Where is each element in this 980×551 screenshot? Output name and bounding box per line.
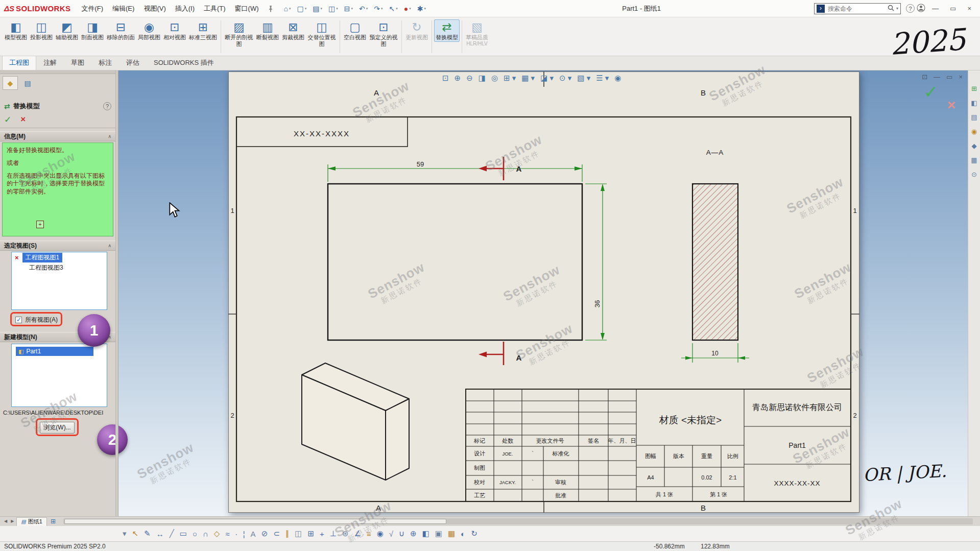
ribbon-button-break-view[interactable]: ▥断裂视图	[255, 19, 280, 42]
ribbon-button-empty-view[interactable]: ▢空白视图	[342, 19, 368, 42]
rectangle-tool-icon[interactable]: ▭	[180, 529, 187, 538]
line-tool-icon[interactable]: ╱	[170, 529, 174, 538]
new-model-list[interactable]: ◧ Part1	[11, 344, 107, 407]
weld-symbol-icon[interactable]: ∪	[399, 529, 404, 538]
view-annotations-icon[interactable]: ◎	[490, 74, 499, 83]
tab-evaluate[interactable]: 评估	[119, 56, 147, 70]
list-item[interactable]: × 工程图视图1	[12, 252, 107, 262]
search-input[interactable]	[827, 5, 886, 13]
user-avatar-icon[interactable]	[917, 4, 925, 14]
horizontal-scrollbar[interactable]	[63, 518, 973, 524]
quickbar-icon[interactable]: ●	[401, 5, 414, 13]
sphere-panel-icon[interactable]: ◉	[971, 128, 977, 135]
menu-item[interactable]: 文件(F)	[77, 0, 108, 17]
note-icon[interactable]: ≡	[367, 530, 371, 538]
hide-show-items-icon[interactable]: ◪ ▾	[539, 74, 555, 83]
section-display-icon[interactable]: ◐	[461, 530, 465, 538]
ribbon-button-crop-view[interactable]: ⊠剪裁视图	[280, 19, 306, 42]
ribbon-button-replace-model[interactable]: ⇄替换模型	[434, 19, 460, 42]
tab-markup[interactable]: 标注	[91, 56, 119, 70]
browse-button[interactable]: 浏览(W)...	[40, 422, 75, 434]
menu-item[interactable]: 视图(V)	[139, 0, 170, 17]
section-info[interactable]: 信息(M) ∧	[0, 131, 115, 141]
pin-icon[interactable]	[264, 5, 278, 12]
section-selected-views[interactable]: 选定视图(S) ∧	[0, 241, 115, 251]
geometric-tolerance-icon[interactable]: ⊕	[410, 529, 417, 538]
update-icon[interactable]: ↻	[471, 529, 477, 538]
tab-property-manager[interactable]: ◆	[3, 76, 18, 90]
tab-configuration-manager[interactable]: ▤	[20, 76, 35, 90]
datum-feature-icon[interactable]: ◧	[422, 529, 429, 538]
collapse-icon[interactable]: ∧	[108, 134, 111, 139]
panel-help-icon[interactable]: ?	[103, 102, 111, 110]
view-settings-icon[interactable]: ☰ ▾	[595, 74, 610, 83]
tab-sketch[interactable]: 草图	[64, 56, 91, 70]
help-icon[interactable]: ?	[906, 4, 915, 13]
text-tool-icon[interactable]: A	[251, 530, 256, 538]
quickbar-icon[interactable]: ✱	[414, 5, 429, 13]
quickbar-icon[interactable]: ↷	[371, 5, 386, 13]
remove-mark-icon[interactable]: ×	[15, 254, 19, 261]
menu-item[interactable]: 窗口(W)	[230, 0, 264, 17]
ribbon-button-relative-view[interactable]: ⊡相对视图	[162, 19, 187, 42]
restore-icon[interactable]: ▭	[945, 5, 961, 12]
search-caret-icon[interactable]: ▾	[896, 6, 898, 11]
tools-panel-icon[interactable]: ◆	[972, 142, 977, 150]
select-tool-icon[interactable]: ↖	[132, 529, 139, 538]
tab-solidworks-addins[interactable]: SOLIDWORKS 插件	[147, 56, 221, 70]
ok-button[interactable]: ✓	[4, 114, 11, 125]
filter-dropdown-icon[interactable]: ▾	[123, 529, 127, 538]
display-style-icon[interactable]: ▦ ▾	[520, 74, 536, 83]
spline-tool-icon[interactable]: ≈	[225, 530, 229, 538]
ribbon-button-broken-out-section[interactable]: ▨断开的剖视图	[223, 19, 255, 48]
selected-views-list[interactable]: × 工程图视图1 工程图视图3	[11, 252, 107, 310]
all-views-checkbox[interactable]	[15, 317, 22, 323]
zoom-fit-icon[interactable]: ⊡	[441, 74, 450, 83]
ribbon-button-standard-3-view[interactable]: ⊞标准三视图	[187, 19, 219, 42]
smart-dimension-icon[interactable]: ↔	[156, 530, 164, 538]
previous-view-icon[interactable]: ⊖	[465, 74, 474, 83]
dock-icon[interactable]: ⊡	[922, 73, 927, 81]
point-tool-icon[interactable]: ∙	[235, 530, 237, 538]
layers-panel-icon[interactable]: ▦	[971, 156, 977, 164]
ribbon-button-auxiliary-view[interactable]: ◩辅助视图	[54, 19, 80, 42]
convert-entities-icon[interactable]: ⊂	[273, 529, 280, 538]
surface-finish-icon[interactable]: √	[389, 530, 393, 538]
linear-pattern-icon[interactable]: ⊞	[307, 529, 314, 538]
add-sheet-icon[interactable]: ⊞	[49, 518, 58, 525]
pane-icon[interactable]: ◧	[971, 99, 977, 107]
cancel-button[interactable]: ×	[20, 114, 26, 125]
menu-item[interactable]: 编辑(E)	[108, 0, 139, 17]
drawing-sheet[interactable]: A B A B 1 2 1 2 XX-XX-XXXX	[228, 71, 859, 513]
sheet-nav-next-icon[interactable]: ▶	[10, 519, 15, 523]
confirmation-cancel-icon[interactable]: ×	[947, 97, 955, 113]
relations-icon[interactable]: ⊥	[330, 529, 337, 538]
ribbon-button-detail-view[interactable]: ◉局部视图	[136, 19, 162, 42]
minimize-doc-icon[interactable]: —	[934, 73, 940, 81]
table-icon[interactable]: ▦	[448, 529, 455, 538]
view-item[interactable]: 工程图视图3	[12, 263, 63, 272]
sheet-tab[interactable]: ▤ 图纸1	[16, 517, 47, 526]
quickbar-icon[interactable]: ▢	[294, 5, 310, 13]
zoom-area-icon[interactable]: ⊕	[453, 74, 462, 83]
globe-icon[interactable]: ◉	[613, 74, 622, 83]
panel-splitter[interactable]	[115, 70, 118, 516]
view-item-selected[interactable]: 工程图视图1	[22, 253, 63, 262]
menu-item[interactable]: 插入(I)	[171, 0, 199, 17]
quick-snaps-icon[interactable]: ∠	[354, 529, 361, 538]
tab-drawing[interactable]: 工程图	[2, 56, 36, 70]
mirror-entities-icon[interactable]: ◫	[295, 529, 302, 538]
command-search[interactable]: › ▾	[814, 3, 901, 14]
confirmation-check-icon[interactable]: ✓	[924, 82, 939, 102]
list-item[interactable]: 工程图视图3	[12, 262, 107, 273]
ribbon-button-predefined-view[interactable]: ⊡预定义的视图	[368, 19, 399, 48]
quickbar-icon[interactable]: ⌂	[281, 5, 294, 13]
quickbar-icon[interactable]: ⊟	[341, 5, 356, 13]
apply-scene-icon[interactable]: ▧ ▾	[576, 74, 591, 83]
arc-tool-icon[interactable]: ∩	[203, 530, 208, 538]
ribbon-button-model-view[interactable]: ◧模型视图	[3, 19, 29, 42]
offset-entities-icon[interactable]: ∥	[285, 529, 290, 538]
ribbon-button-removed-section[interactable]: ⊟移除的剖面	[105, 19, 136, 42]
centerline-tool-icon[interactable]: ¦	[243, 530, 245, 538]
minimize-icon[interactable]: —	[927, 5, 943, 12]
